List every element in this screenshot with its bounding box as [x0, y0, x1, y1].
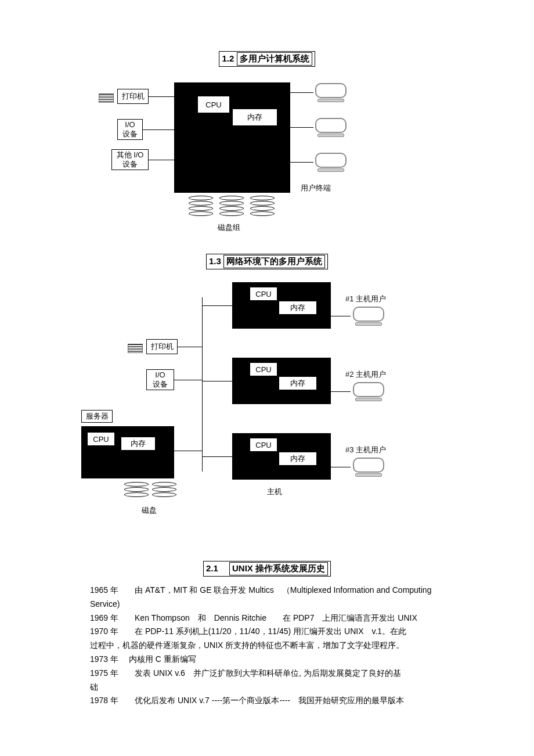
- server-mem: 内存: [121, 437, 156, 451]
- host2-term: [351, 382, 386, 405]
- term-line-1: [290, 92, 313, 93]
- hosts-label: 主机: [267, 487, 282, 497]
- h2-conn: [202, 381, 232, 381]
- term-line-3: [290, 162, 313, 163]
- hist-line: 1973 年 内核用 C 重新编写: [90, 653, 496, 667]
- hist-line: 过程中，机器的硬件逐渐复杂，UNIX 所支持的特征也不断丰富，增加了文字处理程序…: [90, 639, 496, 653]
- cpu-box: CPU: [197, 96, 230, 113]
- host1-term: [351, 307, 386, 330]
- hist-line: Service): [90, 597, 496, 611]
- server-box: 服务器: [81, 410, 113, 423]
- hist-line-last: 1978 年 优化后发布 UNIX v.7 ----第一个商业版本---- 我国…: [90, 694, 496, 708]
- host2-cpu: CPU: [250, 362, 277, 376]
- h3-conn: [202, 456, 232, 457]
- hist-line: 1969 年 Ken Thompson 和 Dennis Ritchie 在 P…: [90, 611, 496, 625]
- terminal-2: [313, 118, 348, 141]
- server-disk-label: 磁盘: [142, 505, 157, 516]
- h2-term-line: [331, 391, 351, 392]
- terminal-1: [313, 83, 348, 106]
- sec-num-21: 2.1: [206, 563, 218, 573]
- printer-label-box: 打印机: [117, 89, 149, 104]
- terminal-3: [313, 153, 348, 176]
- host1-mem: 内存: [279, 301, 317, 315]
- io-box-13: I/O 设备: [146, 369, 174, 390]
- printer-box-13: 打印机: [146, 339, 178, 354]
- disk-2: [219, 196, 244, 220]
- host-block: [174, 82, 290, 193]
- hist-line: 1970 年 在 PDP-11 系列机上(11/20，11/40，11/45) …: [90, 625, 496, 639]
- diskgroup-label: 磁盘组: [218, 222, 240, 233]
- backbone: [202, 297, 203, 471]
- hist-line: 1965 年 由 AT&T，MIT 和 GE 联合开发 Multics （Mul…: [90, 584, 496, 597]
- host1-label: #1 主机用户: [345, 294, 386, 304]
- otherio-line: [149, 160, 174, 160]
- section-1-2-title: 1.2 多用户计算机系统: [23, 51, 511, 67]
- sec-text-21: UNIX 操作系统发展历史: [229, 562, 328, 575]
- memory-box: 内存: [232, 109, 277, 126]
- host2-mem: 内存: [279, 376, 317, 390]
- h1-conn: [202, 305, 232, 306]
- h3-term-line: [331, 467, 351, 467]
- host1-cpu: CPU: [250, 287, 277, 301]
- server-cpu: CPU: [87, 432, 115, 446]
- host3-label: #3 主机用户: [345, 445, 386, 455]
- user-terminal-label: 用户终端: [301, 183, 331, 193]
- hist-line: 1975 年 发表 UNIX v.6 并广泛扩散到大学和科研单位, 为后期发展奠…: [90, 667, 496, 681]
- io-line-13: [174, 380, 202, 380]
- term-line-2: [290, 127, 313, 128]
- printer-line: [149, 96, 174, 97]
- host2-label: #2 主机用户: [345, 369, 386, 380]
- printer-line-13: [178, 347, 202, 347]
- server-conn: [174, 451, 202, 451]
- section-1-3-title: 1.3 网络环境下的多用户系统: [23, 254, 511, 269]
- history-text: 1965 年 由 AT&T，MIT 和 GE 联合开发 Multics （Mul…: [90, 584, 496, 708]
- otherio-box: 其他 I/O 设备: [111, 149, 149, 170]
- server-disk-1: [124, 482, 149, 506]
- host3-term: [351, 458, 386, 481]
- sec-text-13: 网络环境下的多用户系统: [223, 255, 325, 268]
- sec-num: 1.2: [222, 53, 234, 63]
- hist-line-out: 础: [90, 681, 496, 694]
- host3-mem: 内存: [279, 452, 317, 466]
- diagram-1-2: CPU 内存 打印机 I/O 设备 其他 I/O 设备 用户终端 磁盘组: [99, 74, 400, 236]
- io-box: I/O 设备: [117, 119, 143, 140]
- h1-term-line: [331, 316, 351, 316]
- printer-icon: [99, 93, 113, 102]
- server-disk-2: [152, 482, 176, 506]
- sec-text: 多用户计算机系统: [237, 52, 312, 66]
- io-line: [143, 129, 174, 130]
- section-2-1-title: 2.1 UNIX 操作系统发展历史: [23, 561, 511, 577]
- disk-3: [250, 196, 275, 220]
- disk-1: [189, 196, 213, 220]
- printer-icon-13: [128, 344, 142, 352]
- host3-cpu: CPU: [250, 438, 277, 452]
- diagram-1-3: CPU 内存 #1 主机用户 CPU 内存 #2 主机用户 CPU 内存 #3 …: [81, 276, 441, 543]
- sec-num-13: 1.3: [209, 256, 221, 266]
